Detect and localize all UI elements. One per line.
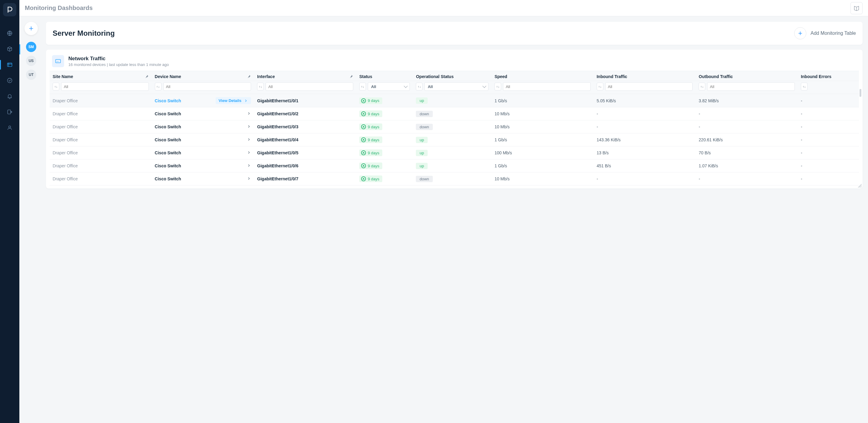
- view-details-button[interactable]: View Details: [216, 97, 251, 104]
- nav-logout[interactable]: [0, 104, 19, 120]
- filter-speed-input[interactable]: [503, 82, 591, 91]
- dashboard-tab-ut[interactable]: UT: [26, 69, 36, 80]
- cell-outbound: 3.82 MiB/s: [695, 94, 798, 108]
- device-name-link[interactable]: Cisco Switch: [155, 111, 181, 116]
- cell-outbound: -: [695, 108, 798, 120]
- sort-button[interactable]: ↑↓: [257, 83, 264, 90]
- nav-check[interactable]: [0, 72, 19, 88]
- dashboard-tab-us[interactable]: US: [26, 56, 36, 66]
- sort-button[interactable]: ↑↓: [597, 83, 603, 90]
- device-name-link[interactable]: Cisco Switch: [155, 138, 181, 142]
- cell-outbound: -: [695, 120, 798, 133]
- sort-button[interactable]: ↑↓: [53, 83, 59, 90]
- col-speed[interactable]: Speed: [495, 74, 507, 79]
- status-badge: 9 days: [359, 123, 382, 130]
- col-in-errors[interactable]: Inbound Errors: [801, 74, 831, 79]
- cell-inbound: -: [594, 173, 696, 185]
- device-name-link[interactable]: Cisco Switch: [155, 176, 181, 181]
- chevron-right-icon[interactable]: [247, 138, 251, 143]
- table-row[interactable]: Draper OfficeCisco SwitchGigabitEthernet…: [50, 133, 859, 146]
- plus-icon: [28, 25, 34, 31]
- add-monitoring-label: Add Monitoring Table: [810, 31, 856, 36]
- col-status[interactable]: Status: [359, 74, 372, 79]
- cell-in-errors: -: [798, 108, 859, 120]
- pin-icon[interactable]: [247, 74, 251, 79]
- cell-interface: GigabitEthernet1/0/7: [254, 173, 356, 185]
- logo-icon: [6, 6, 13, 13]
- sort-button[interactable]: ↑↓: [699, 83, 705, 90]
- chevron-right-icon[interactable]: [247, 163, 251, 169]
- sort-button[interactable]: ↑↓: [155, 83, 161, 90]
- cell-inbound: -: [594, 108, 696, 120]
- cell-op-status: up: [413, 94, 492, 108]
- nav-alerts[interactable]: [0, 88, 19, 104]
- op-status-badge: down: [416, 124, 433, 130]
- resize-handle[interactable]: [858, 184, 862, 188]
- docs-button[interactable]: [850, 2, 863, 14]
- sort-button[interactable]: ↑↓: [416, 83, 423, 90]
- dashboard-tabs: SM US UT: [19, 16, 43, 423]
- filter-interface-input[interactable]: [266, 82, 353, 91]
- col-outbound[interactable]: Outbound Traffic: [699, 74, 733, 79]
- chevron-right-icon[interactable]: [247, 111, 251, 117]
- book-icon: [853, 5, 860, 11]
- filter-site-input[interactable]: [61, 82, 149, 91]
- sort-button[interactable]: ↑↓: [801, 83, 807, 90]
- nav-package[interactable]: [0, 41, 19, 57]
- cell-site: Draper Office: [50, 173, 152, 185]
- cell-op-status: down: [413, 120, 492, 133]
- up-arrow-icon: [361, 176, 366, 181]
- table-row[interactable]: Draper OfficeCisco SwitchGigabitEthernet…: [50, 146, 859, 159]
- cell-device: Cisco Switch: [152, 120, 254, 133]
- vertical-scrollbar[interactable]: [860, 89, 861, 97]
- col-device-name[interactable]: Device Name: [155, 74, 181, 79]
- table-row[interactable]: Draper OfficeCisco SwitchGigabitEthernet…: [50, 120, 859, 133]
- add-monitoring-table-button[interactable]: Add Monitoring Table: [794, 27, 856, 39]
- cell-inbound: 5.05 KiB/s: [594, 94, 696, 108]
- pin-icon[interactable]: [349, 74, 353, 79]
- page: Monitoring Dashboards SM US UT Server Mo…: [19, 0, 868, 423]
- dashboard-icon: [7, 62, 13, 68]
- panel-header: Network Traffic 16 monitored devices | l…: [46, 55, 863, 71]
- add-dashboard-button[interactable]: [25, 22, 38, 35]
- table-row[interactable]: Draper OfficeCisco SwitchView DetailsGig…: [50, 94, 859, 108]
- cell-in-errors: -: [798, 146, 859, 159]
- cell-inbound: 13 B/s: [594, 146, 696, 159]
- chevron-right-icon[interactable]: [247, 176, 251, 182]
- table-row[interactable]: Draper OfficeCisco SwitchGigabitEthernet…: [50, 159, 859, 173]
- cell-op-status: down: [413, 108, 492, 120]
- table-row[interactable]: Draper OfficeCisco SwitchGigabitEthernet…: [50, 108, 859, 120]
- filter-op-select[interactable]: All: [424, 82, 489, 91]
- device-name-link[interactable]: Cisco Switch: [155, 124, 181, 129]
- status-badge: 9 days: [359, 176, 382, 182]
- device-name-link[interactable]: Cisco Switch: [155, 150, 181, 155]
- cell-device: Cisco Switch: [152, 146, 254, 159]
- nav-profile[interactable]: [0, 120, 19, 135]
- status-badge: 9 days: [359, 97, 382, 104]
- cell-site: Draper Office: [50, 94, 152, 108]
- chevron-right-icon[interactable]: [247, 150, 251, 155]
- col-site-name[interactable]: Site Name: [53, 74, 73, 79]
- table-row[interactable]: Draper OfficeCisco SwitchGigabitEthernet…: [50, 173, 859, 185]
- app-logo[interactable]: [3, 3, 16, 16]
- col-op-status[interactable]: Operational Status: [416, 74, 453, 79]
- bell-icon: [7, 93, 13, 99]
- chevron-right-icon[interactable]: [247, 124, 251, 129]
- pin-icon[interactable]: [145, 74, 149, 79]
- filter-inbound-input[interactable]: [605, 82, 693, 91]
- sort-button[interactable]: ↑↓: [359, 83, 366, 90]
- col-inbound[interactable]: Inbound Traffic: [597, 74, 627, 79]
- col-interface[interactable]: Interface: [257, 74, 275, 79]
- device-name-link[interactable]: Cisco Switch: [155, 163, 181, 168]
- filter-device-input[interactable]: [163, 82, 251, 91]
- dashboard-tab-sm[interactable]: SM: [26, 42, 36, 52]
- filter-outbound-input[interactable]: [707, 82, 795, 91]
- sort-button[interactable]: ↑↓: [495, 83, 501, 90]
- device-name-link[interactable]: Cisco Switch: [155, 98, 181, 103]
- nav-globe[interactable]: [0, 25, 19, 41]
- status-badge: 9 days: [359, 137, 382, 143]
- filter-status-select[interactable]: All: [368, 82, 410, 91]
- svg-rect-5: [56, 60, 61, 63]
- nav-dashboards[interactable]: [0, 57, 19, 72]
- table-scroll[interactable]: Site Name Device Name Interface Status O…: [50, 71, 859, 185]
